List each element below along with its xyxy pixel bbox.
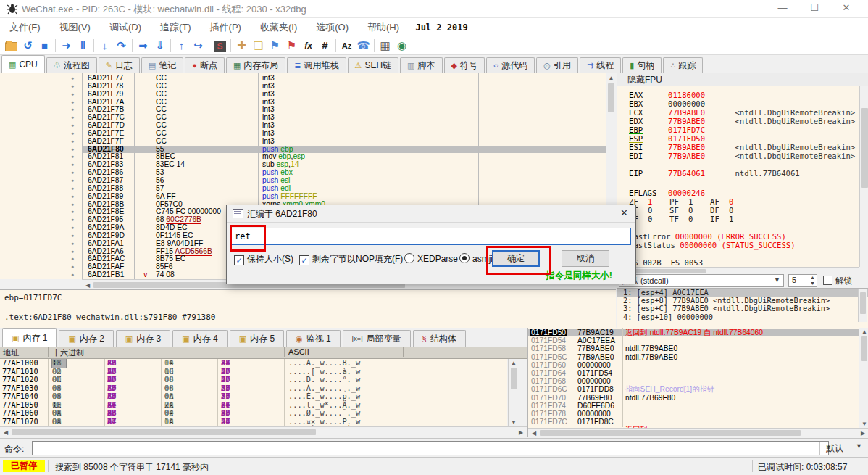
comments-icon[interactable]: ❏: [250, 38, 267, 54]
argument-row[interactable]: 4: [esp+10] 00000000: [617, 313, 868, 321]
dump-tab-内存 4[interactable]: ▣内存 4: [172, 330, 227, 347]
register-line[interactable]: CF0TF0IF1: [629, 215, 751, 223]
tab-线程[interactable]: ⇉线程: [580, 57, 621, 73]
register-line[interactable]: ESP0171FD50: [629, 134, 730, 143]
menu-item-收藏夹I[interactable]: 收藏夹(I): [251, 18, 306, 37]
tab-SEH链[interactable]: ⚠SEH链: [348, 57, 399, 73]
breakpoint-bullet-icon[interactable]: ●: [71, 75, 74, 83]
scroll-up-icon[interactable]: ▲: [860, 329, 868, 335]
scroll-left-icon[interactable]: ◀: [83, 282, 92, 289]
dump-hscrollbar[interactable]: ◀ ▶: [0, 426, 527, 437]
tab-源代码[interactable]: ‹›源代码: [486, 57, 535, 73]
close-button[interactable]: ✕: [830, 0, 862, 17]
breakpoint-bullet-icon[interactable]: ●: [71, 240, 74, 248]
breakpoint-bullet-icon[interactable]: ●: [71, 161, 74, 169]
disasm-row[interactable]: ●6AD21F896A FFpush FFFFFFFF: [0, 193, 606, 201]
dialog-close-icon[interactable]: ✕: [620, 207, 628, 218]
register-line[interactable]: EDI77B9ABE0 <ntdll.DbgUiRemoteBreakin>: [629, 152, 855, 160]
command-input[interactable]: [32, 441, 829, 455]
breakpoint-bullet-icon[interactable]: ●: [71, 83, 74, 91]
dump-tab-内存 1[interactable]: ▣内存 1: [2, 328, 57, 347]
dump-row[interactable]: 77AF103006 00 08 00C0 8D AF 7706 00 08 0…: [0, 384, 507, 393]
breakpoint-bullet-icon[interactable]: ●: [71, 185, 74, 193]
stack-row[interactable]: 0171FD5877B9ABE0ntdll.77B9ABE0: [528, 344, 859, 352]
tab-笔记[interactable]: ▤笔记: [141, 57, 183, 73]
tab-流程图[interactable]: ♧流程图: [46, 57, 97, 73]
breakpoint-bullet-icon[interactable]: ●: [71, 263, 74, 271]
menu-item-插件P[interactable]: 插件(P): [201, 18, 251, 37]
tab-内存布局[interactable]: ▦内存布局: [226, 57, 285, 73]
register-line[interactable]: EFLAGS00000246: [629, 189, 730, 197]
strings-icon[interactable]: Az: [338, 38, 355, 54]
phone-icon[interactable]: ☎: [355, 38, 372, 54]
calculator-icon[interactable]: ▦: [377, 38, 393, 54]
breakpoint-bullet-icon[interactable]: ●: [71, 99, 74, 107]
step-into-icon[interactable]: ↓: [96, 38, 113, 54]
tab-日志[interactable]: ✎日志: [99, 57, 140, 73]
breakpoint-bullet-icon[interactable]: ●: [71, 201, 74, 209]
hash-icon[interactable]: #: [317, 38, 333, 54]
registers-vscrollbar[interactable]: [859, 86, 868, 267]
breakpoint-bullet-icon[interactable]: ●: [71, 193, 74, 201]
stack-row[interactable]: 0171FD7077B69F80ntdll.77B69F80: [528, 394, 859, 402]
keep-size-checkbox[interactable]: ✓保持大小(S): [234, 253, 293, 265]
tab-跟踪[interactable]: ∴跟踪: [663, 57, 703, 73]
dump-vscrollbar[interactable]: ▲ ▼: [508, 359, 519, 426]
tab-符号[interactable]: ◆符号: [444, 57, 485, 73]
calling-convention-select[interactable]: 默认 (stdcall)▼: [619, 274, 784, 287]
bookmarks-icon[interactable]: ⚑: [283, 38, 300, 54]
pause-icon[interactable]: ‖: [75, 38, 91, 54]
menu-item-帮助H[interactable]: 帮助(H): [358, 18, 409, 37]
stack-pane[interactable]: 0171FD5077B9AC19返回到 ntdll.77B9AC19 自 ntd…: [527, 328, 868, 437]
register-line[interactable]: EIP77B64061 ntdll.77B64061: [629, 169, 800, 178]
functions-icon[interactable]: fx: [300, 38, 317, 54]
assemble-instruction-input[interactable]: [231, 228, 631, 245]
dump-tab-局部变量[interactable]: [x=]局部变量: [343, 330, 411, 347]
dump-tab-内存 2[interactable]: ▣内存 2: [59, 330, 113, 347]
breakpoint-bullet-icon[interactable]: ●: [71, 248, 74, 256]
register-line[interactable]: ESI77B9ABE0 <ntdll.DbgUiRemoteBreakin>: [629, 143, 855, 152]
scroll-up-icon[interactable]: ▲: [509, 360, 518, 366]
breakpoint-bullet-icon[interactable]: ●: [71, 216, 74, 224]
memory-dump-pane[interactable]: 地址 十六进制 ASCII 77AF100016 00 18 00C0 8B A…: [0, 347, 527, 437]
maximize-button[interactable]: ☐: [798, 0, 830, 17]
labels-icon[interactable]: ⚑: [267, 38, 283, 54]
open-file-icon[interactable]: [3, 38, 20, 54]
hide-fpu-button[interactable]: 隐藏FPU: [617, 73, 868, 86]
breakpoint-bullet-icon[interactable]: ●: [71, 169, 74, 177]
dump-row[interactable]: 77AF104006 00 08 00C8 8D AF 7708 00 0A 0…: [0, 392, 507, 401]
breakpoint-bullet-icon[interactable]: ●: [71, 130, 74, 138]
run-icon[interactable]: ➜: [58, 38, 75, 54]
dump-row[interactable]: 77AF100016 00 18 00C0 8B AF 7714 00 16 0…: [0, 359, 507, 368]
register-line[interactable]: ZF1PF1AF0: [629, 197, 751, 206]
stack-row[interactable]: 0171FD6C0171FDD8指向SEH_Record[1]的指针: [528, 385, 859, 393]
breakpoint-bullet-icon[interactable]: ●: [71, 114, 74, 122]
breakpoint-bullet-icon[interactable]: ●: [71, 224, 74, 232]
stack-row[interactable]: 0171FD6800000000: [528, 377, 859, 385]
disasm-row[interactable]: ●6AD21F79CCint3: [0, 91, 606, 99]
argument-count-spinner[interactable]: 5▲▼: [788, 274, 817, 287]
dump-row[interactable]: 77AF107008 00 0A 00A4 D7 AF 7718 00 1A 0…: [0, 418, 507, 426]
spinner-arrows-icon[interactable]: ▲▼: [810, 275, 815, 286]
arguments-vscrollbar[interactable]: [858, 289, 867, 322]
stack-row[interactable]: 0171FD640171FD54: [528, 369, 859, 377]
disasm-row[interactable]: ●6AD21F7FCCint3: [0, 138, 606, 146]
stack-row[interactable]: 0171FD7800000000: [528, 410, 859, 418]
trace-into-icon[interactable]: ⇓: [151, 38, 168, 54]
stack-row[interactable]: 0171FD6000000000: [528, 361, 859, 369]
scroll-left-icon[interactable]: ◀: [1, 429, 10, 436]
argument-row[interactable]: 3: [esp+C] 77B9ABE0 <ntdll.DbgUiRemoteBr…: [617, 305, 868, 313]
stack-row[interactable]: 0171FD7C0171FD8C: [528, 418, 859, 426]
tab-引用[interactable]: ◎引用: [536, 57, 578, 73]
menu-item-文件F[interactable]: 文件(F): [0, 18, 50, 37]
unlock-checkbox[interactable]: 解锁: [823, 276, 852, 286]
patches-icon[interactable]: ✚: [233, 38, 250, 54]
xedparse-radio[interactable]: XEDParse: [404, 253, 458, 264]
breakpoint-bullet-icon[interactable]: ●: [71, 153, 74, 161]
stack-vscrollbar[interactable]: ▲ ▼: [859, 328, 868, 428]
breakpoint-bullet-icon[interactable]: ●: [71, 146, 74, 154]
menu-item-视图V[interactable]: 视图(V): [50, 18, 100, 37]
menu-item-选项O[interactable]: 选项(O): [306, 18, 358, 37]
stack-row[interactable]: 0171FD74D60FE6D6: [528, 402, 859, 410]
step-over-icon[interactable]: ↷: [113, 38, 130, 54]
